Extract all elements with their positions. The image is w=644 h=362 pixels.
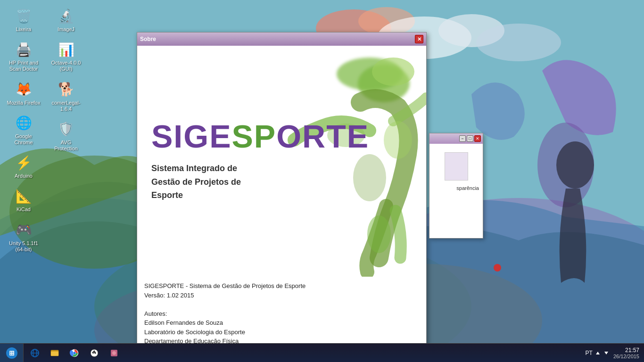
desktop-icon-comerlegal[interactable]: 🐕 comerLegal-1.6.4: [47, 78, 85, 114]
svg-point-21: [384, 121, 412, 159]
desktop: 🗑️ Lixeira 🖨️ HP Print andScan Doctor 🦊 …: [0, 0, 644, 362]
arduino-icon: ⚡: [14, 153, 33, 172]
taskbar-items: [24, 345, 581, 362]
explorer-icon: [50, 348, 60, 358]
hp-print-icon: 🖨️: [14, 40, 33, 59]
dialog2-titlebar: − □ ✕: [429, 133, 483, 144]
start-icon: ⊞: [6, 347, 17, 359]
subtitle-line1: Sistema Integrado de: [151, 164, 237, 173]
dialog-close-button[interactable]: ✕: [415, 35, 423, 43]
ie-icon: [30, 348, 40, 358]
info-textarea[interactable]: SIGESPORTE - Sistema de Gestão de Projet…: [137, 277, 426, 347]
clock: 21:57 26/12/2015: [613, 347, 639, 359]
svg-rect-27: [51, 352, 58, 356]
dialog-body: SIGESPORTE Sistema Integrado de Gestão d…: [137, 46, 426, 349]
desktop-icon-imagej[interactable]: 🔬 ImageJ: [47, 5, 85, 34]
svg-point-13: [556, 141, 594, 189]
desktop-icon-hp-print[interactable]: 🖨️ HP Print andScan Doctor: [5, 38, 42, 74]
desktop-icon-firefox[interactable]: 🦊 Mozilla Firefox: [5, 78, 42, 108]
desktop-icons-col1: 🗑️ Lixeira 🖨️ HP Print andScan Doctor 🦊 …: [5, 5, 42, 255]
lixeira-label: Lixeira: [16, 26, 31, 33]
sp-text: SP: [232, 118, 277, 154]
desktop-icon-chrome[interactable]: 🌐 Google Chrome: [5, 112, 42, 148]
desktop-icon-octave[interactable]: 📊 Octave-4.0.0(GUI): [47, 38, 85, 74]
comerlegal-label: comerLegal-1.6.4: [49, 100, 83, 112]
dialog-secondary: − □ ✕ sparência: [429, 133, 483, 239]
soccer-icon: [89, 348, 99, 358]
sigesporte-title: SIGESPORTE: [151, 120, 369, 152]
clock-date: 26/12/2015: [613, 354, 639, 359]
tray-arrow-down: [603, 350, 610, 356]
octave-icon: 📊: [57, 40, 75, 59]
avg-icon: 🛡️: [57, 120, 75, 139]
unity-label: Unity 5.1.1f1(64-bit): [9, 240, 38, 253]
firefox-icon: 🦊: [14, 80, 33, 99]
dialog2-restore-button[interactable]: □: [467, 135, 473, 142]
hp-print-label: HP Print andScan Doctor: [9, 60, 38, 72]
kicad-label: KiCad: [17, 206, 31, 213]
svg-point-36: [112, 351, 116, 355]
chrome-icon: 🌐: [14, 114, 33, 132]
dialog2-close-button[interactable]: ✕: [474, 135, 481, 142]
comerlegal-icon: 🐕: [57, 80, 75, 99]
chrome-label: Google Chrome: [7, 133, 41, 146]
octave-label: Octave-4.0.0(GUI): [51, 60, 81, 72]
firefox-label: Mozilla Firefox: [7, 100, 41, 106]
dialog-about: Sobre ✕: [137, 32, 427, 350]
start-button[interactable]: ⊞: [0, 344, 24, 362]
desktop-icon-arduino[interactable]: ⚡ Arduino: [5, 151, 42, 181]
subtitle-line3: Esporte: [151, 190, 183, 200]
dialog2-minimize-button[interactable]: −: [459, 135, 466, 142]
tray-arrow-up: [594, 350, 601, 356]
svg-marker-37: [596, 352, 600, 354]
chrome-taskbar-icon: [69, 348, 80, 358]
desktop-icon-avg[interactable]: 🛡️ AVG Protection: [47, 118, 85, 154]
taskbar-right: PT 21:57 26/12/2015: [581, 347, 644, 359]
desktop-icon-lixeira[interactable]: 🗑️ Lixeira: [5, 5, 42, 34]
dialog2-content-block: [445, 152, 468, 181]
desktop-icon-kicad[interactable]: 📐 KiCad: [5, 185, 42, 214]
svg-marker-38: [604, 352, 608, 354]
imagej-icon: 🔬: [57, 7, 75, 25]
tray-lang: PT: [586, 350, 593, 356]
taskbar-soccer[interactable]: [85, 345, 104, 362]
sige-text: SIGE: [151, 118, 232, 154]
svg-point-22: [367, 215, 391, 253]
orte-text: ORTE: [276, 118, 369, 154]
svg-point-30: [74, 352, 76, 354]
svg-point-18: [372, 58, 414, 86]
subtitle: Sistema Integrado de Gestão de Projetos …: [151, 162, 264, 202]
dialog-titlebar: Sobre ✕: [137, 33, 426, 46]
svg-point-14: [494, 264, 501, 272]
imagej-label: ImageJ: [58, 26, 74, 33]
logo-text-block: SIGESPORTE Sistema Integrado de Gestão d…: [151, 120, 369, 202]
dialog2-label: sparência: [433, 185, 479, 191]
taskbar-app5[interactable]: [105, 345, 124, 362]
dialog2-body: sparência: [429, 144, 483, 238]
taskbar-explorer[interactable]: [45, 345, 64, 362]
arduino-label: Arduino: [15, 173, 33, 179]
unity-icon: 🎮: [14, 221, 33, 239]
lixeira-icon: 🗑️: [14, 7, 33, 25]
desktop-icons-col2: 🔬 ImageJ 📊 Octave-4.0.0(GUI) 🐕 comerLega…: [47, 5, 85, 154]
info-textarea-wrapper: SIGESPORTE - Sistema de Gestão de Projet…: [137, 277, 426, 349]
svg-point-10: [476, 24, 561, 61]
dialog-title: Sobre: [140, 36, 156, 42]
logo-area: SIGESPORTE Sistema Integrado de Gestão d…: [137, 46, 426, 277]
system-tray: PT: [586, 350, 610, 356]
avg-label: AVG Protection: [49, 140, 83, 152]
app5-icon: [109, 348, 119, 358]
kicad-icon: 📐: [14, 187, 33, 206]
desktop-icon-unity[interactable]: 🎮 Unity 5.1.1f1(64-bit): [5, 219, 42, 255]
subtitle-line2: Gestão de Projetos de: [151, 177, 241, 187]
clock-time: 21:57: [613, 347, 639, 354]
taskbar: ⊞: [0, 343, 644, 362]
taskbar-chrome[interactable]: [65, 345, 84, 362]
taskbar-ie[interactable]: [25, 345, 44, 362]
